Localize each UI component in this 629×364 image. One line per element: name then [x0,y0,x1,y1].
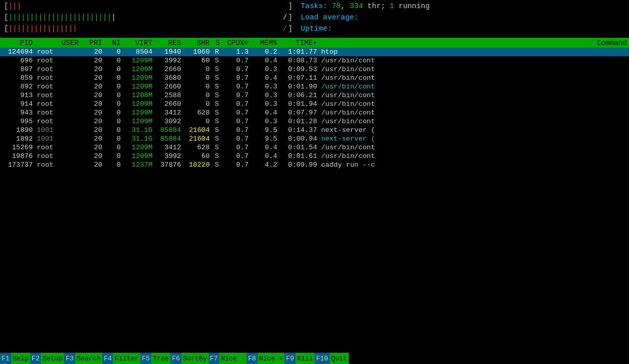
cell-res: 3680 [154,74,183,82]
cell-cmd: /usr/bin/cont [319,152,629,161]
cell-user: 1001 [35,126,81,134]
table-header: PID USER PRI NI VIRT RES SHR S CPU%▽ MEM… [0,38,629,48]
footer-f1[interactable]: F1 Help [0,353,30,364]
cell-user: root [35,65,81,74]
cell-time: 0:09.99 [279,161,319,169]
cell-pid: 124694 [0,48,35,56]
cell-cmd: /usr/bin/cont [319,100,629,108]
cell-pri: 20 [81,117,104,126]
running-count: 1 [390,2,394,10]
tasks-label: Tasks: [301,2,332,10]
cell-cmd: /usr/bin/cont [319,117,629,126]
cell-cmd: next-server ( [319,134,629,143]
table-row[interactable]: 173737 root 20 0 1237M 37876 10220 S 0.7… [0,161,629,169]
footer-key-f2: F2 [30,353,41,364]
cell-res: 3412 [154,108,183,117]
cell-user: root [35,100,81,108]
cell-time: 0:14.37 [279,126,319,134]
col-time: TIME+ [279,38,319,48]
cell-pid: 15269 [0,143,35,152]
footer-f10[interactable]: F10 Quit [314,353,349,364]
cell-cmd: /usr/bin/cont [319,82,629,91]
cell-cmd: htop [319,48,629,56]
table-row[interactable]: 1892 1001 20 0 31.1G 85884 21604 S 0.7 9… [0,134,629,143]
footer-label-f6: SortBy [182,353,209,364]
cell-cmd: /usr/bin/cont [319,91,629,100]
cell-time: 0:08.73 [279,56,319,65]
footer-f5[interactable]: F5 Tree [140,353,170,364]
footer-f8[interactable]: F8 Nice + [246,353,284,364]
cpu-row: [ ||| ] [4,2,293,13]
cell-res: 3412 [154,143,183,152]
cell-time: 0:07.97 [279,108,319,117]
cell-pri: 20 [81,74,104,82]
tasks-row: Tasks: 78 , 334 thr; 1 running [301,2,625,13]
cell-s: S [212,91,222,100]
cell-pid: 859 [0,74,35,82]
cell-virt: 1237M [123,161,154,169]
cell-pid: 913 [0,91,35,100]
uptime-row: Uptime: [301,25,625,36]
cell-pri: 20 [81,143,104,152]
cell-mem: 0.4 [251,56,279,65]
table-row[interactable]: 124694 root 20 0 8504 1940 1060 R 1.3 0.… [0,48,629,56]
cell-mem: 0.2 [251,48,279,56]
col-cpu: CPU%▽ [222,38,251,48]
table-row[interactable]: 914 root 20 0 1209M 2660 0 S 0.7 0.3 0:0… [0,100,629,108]
col-virt: VIRT [123,38,154,48]
cell-s: S [212,82,222,91]
col-ni: NI [104,38,123,48]
cell-shr: 60 [183,152,212,161]
cell-pri: 20 [81,100,104,108]
cell-user: root [35,82,81,91]
cell-cpu: 0.7 [222,117,251,126]
swp-bars: |||||||||||||||| [8,25,77,33]
cell-mem: 4.2 [251,161,279,169]
cell-cpu: 0.7 [222,152,251,161]
table-row[interactable]: 807 root 20 0 1209M 2660 0 S 0.7 0.3 0:0… [0,65,629,74]
cell-res: 85884 [154,134,183,143]
table-row[interactable]: 696 root 20 0 1209M 3992 60 S 0.7 0.4 0:… [0,56,629,65]
thr-count: 334 [350,2,363,10]
cell-shr: 0 [183,74,212,82]
table-row[interactable]: 943 root 20 0 1209M 3412 628 S 0.7 0.4 0… [0,108,629,117]
table-row[interactable]: 19876 root 20 0 1209M 3992 60 S 0.7 0.4 … [0,152,629,161]
cell-mem: 0.3 [251,100,279,108]
cell-virt: 1209M [123,143,154,152]
cell-mem: 0.3 [251,65,279,74]
footer-f2[interactable]: F2 Setup [30,353,64,364]
table-row[interactable]: 995 root 20 0 1209M 3092 0 S 0.7 0.3 0:0… [0,117,629,126]
footer-key-f8: F8 [246,353,258,364]
footer-f6[interactable]: F6 SortBy [170,353,208,364]
cell-user: root [35,48,81,56]
cell-cmd: /usr/bin/cont [319,65,629,74]
table-row[interactable]: 892 root 20 0 1209M 2660 0 S 0.7 0.3 0:0… [0,82,629,91]
cell-user: root [35,117,81,126]
cell-time: 0:01.61 [279,152,319,161]
cell-cpu: 0.7 [222,134,251,143]
footer-f4[interactable]: F4 Filter [102,353,140,364]
footer-f7[interactable]: F7 Nice - [209,353,246,364]
cell-ni: 0 [104,152,123,161]
cell-shr: 0 [183,100,212,108]
cell-cmd: /usr/bin/cont [319,56,629,65]
cell-shr: 628 [183,108,212,117]
cell-res: 2588 [154,91,183,100]
footer-f3[interactable]: F3 Search [64,353,102,364]
cell-pri: 20 [81,56,104,65]
cell-res: 2660 [154,65,183,74]
footer-f9[interactable]: F9 Kill [284,353,314,364]
cell-pid: 995 [0,117,35,126]
table-row[interactable]: 913 root 20 0 1208M 2588 0 S 0.7 0.3 0:0… [0,91,629,100]
cell-shr: 0 [183,91,212,100]
cell-ni: 0 [104,143,123,152]
table-row[interactable]: 1890 1001 20 0 31.1G 85884 21604 S 0.7 9… [0,126,629,134]
table-row[interactable]: 15269 root 20 0 1209M 3412 628 S 0.7 0.4… [0,143,629,152]
table-row[interactable]: 859 root 20 0 1209M 3680 0 S 0.7 0.4 0:0… [0,74,629,82]
cell-ni: 0 [104,74,123,82]
right-stats: Tasks: 78 , 334 thr; 1 running Load aver… [297,2,629,36]
swp-value: / [283,25,288,33]
cell-time: 0:01.28 [279,117,319,126]
process-tbody: 124694 root 20 0 8504 1940 1060 R 1.3 0.… [0,48,629,169]
mem-bars-green: |||||||||||||||||||||||| [8,13,111,21]
